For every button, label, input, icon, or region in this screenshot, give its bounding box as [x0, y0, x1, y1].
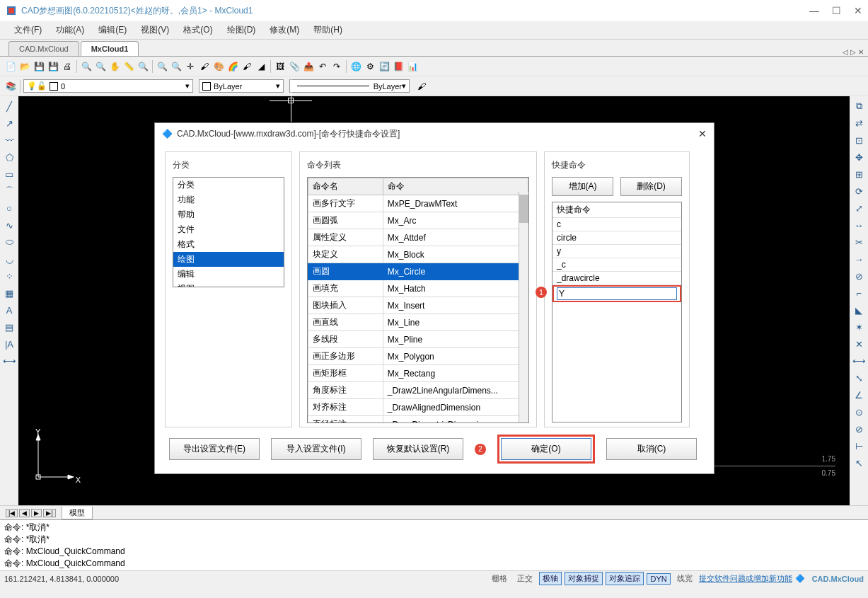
layer-dropdown[interactable]: 💡 🔓 0 ▾: [23, 79, 193, 93]
undo-icon[interactable]: ↶: [316, 60, 329, 73]
move-icon[interactable]: ✛: [184, 60, 197, 73]
delete-button[interactable]: 删除(D): [620, 177, 682, 196]
zoom-realtime-icon[interactable]: 🔍: [94, 60, 107, 73]
rotate-tool-icon[interactable]: ⟳: [852, 184, 866, 198]
print-icon[interactable]: 🖨: [61, 60, 74, 73]
categories-list[interactable]: 分类 功能 帮助 文件 格式 绘图 编辑 视图: [173, 177, 284, 287]
text-tool-icon[interactable]: A: [2, 303, 16, 317]
menu-format[interactable]: 格式(O): [176, 22, 219, 38]
list-item[interactable]: _c: [552, 258, 681, 272]
feedback-link[interactable]: 提交软件问题或增加新功能: [699, 573, 792, 584]
menu-view[interactable]: 视图(V): [134, 22, 176, 38]
menu-edit[interactable]: 编辑(E): [91, 22, 134, 38]
break-tool-icon[interactable]: ⊘: [852, 269, 866, 283]
cancel-button[interactable]: 取消(C): [606, 438, 697, 460]
column-header[interactable]: 命令: [383, 178, 528, 195]
pan-icon[interactable]: ✋: [108, 60, 121, 73]
erase-tool-icon[interactable]: ✕: [852, 337, 866, 351]
rect-tool-icon[interactable]: ▭: [2, 167, 16, 181]
scrollbar-thumb[interactable]: [519, 195, 528, 223]
menu-draw[interactable]: 绘图(D): [220, 22, 263, 38]
mtext-tool-icon[interactable]: |A: [2, 337, 16, 351]
status-polar[interactable]: 极轴: [539, 572, 562, 585]
chamfer-tool-icon[interactable]: ◣: [852, 303, 866, 317]
brush-icon[interactable]: 🖌: [241, 60, 253, 73]
open-icon[interactable]: 📂: [18, 60, 31, 73]
close-button[interactable]: ✕: [854, 5, 862, 16]
menu-file[interactable]: 文件(F): [7, 22, 49, 38]
explode-tool-icon[interactable]: ✶: [852, 320, 866, 334]
eraser-icon[interactable]: ◢: [255, 60, 267, 73]
category-item-selected[interactable]: 绘图: [173, 252, 284, 267]
linetype-dropdown[interactable]: ByLayer ▾: [289, 79, 410, 93]
dim-radius-icon[interactable]: ⊙: [852, 405, 866, 419]
status-osnap[interactable]: 对象捕捉: [565, 572, 603, 585]
category-item[interactable]: 分类: [173, 178, 284, 192]
layers-icon[interactable]: 📚: [4, 80, 17, 93]
new-icon[interactable]: 📄: [4, 60, 17, 73]
dim-dia-icon[interactable]: ⊘: [852, 422, 866, 436]
move-tool-icon[interactable]: ✥: [852, 150, 866, 164]
save-icon[interactable]: 💾: [33, 60, 45, 73]
category-item[interactable]: 文件: [173, 222, 284, 237]
shortcut-input[interactable]: [557, 287, 677, 300]
ray-tool-icon[interactable]: ↗: [2, 116, 16, 130]
web-icon[interactable]: 🌐: [349, 60, 362, 73]
restore-defaults-button[interactable]: 恢复默认设置(R): [373, 438, 463, 460]
category-item[interactable]: 编辑: [173, 267, 284, 282]
line-tool-icon[interactable]: ╱: [2, 99, 16, 113]
zoom-extents-icon[interactable]: 🔍: [170, 60, 183, 73]
dim-tool-icon[interactable]: ⟷: [2, 354, 16, 368]
category-item[interactable]: 功能: [173, 192, 284, 207]
scrollbar[interactable]: [519, 192, 528, 422]
export-icon[interactable]: 📤: [302, 60, 315, 73]
status-otrack[interactable]: 对象追踪: [606, 572, 644, 585]
extend-tool-icon[interactable]: →: [852, 252, 866, 266]
polygon-tool-icon[interactable]: ⬠: [2, 150, 16, 164]
offset-tool-icon[interactable]: ⊡: [852, 133, 866, 147]
copy-tool-icon[interactable]: ⧉: [852, 99, 866, 113]
paint-icon[interactable]: 🖌: [198, 60, 211, 73]
category-item[interactable]: 帮助: [173, 207, 284, 222]
doc-tab[interactable]: CAD.MxCloud: [8, 41, 79, 56]
ellipsearc-tool-icon[interactable]: ◡: [2, 252, 16, 266]
status-ortho[interactable]: 正交: [514, 572, 536, 585]
hatch-tool-icon[interactable]: ▦: [2, 286, 16, 300]
status-dyn[interactable]: DYN: [647, 573, 670, 585]
menu-function[interactable]: 功能(A): [49, 22, 91, 38]
color-dropdown[interactable]: ByLayer ▾: [199, 79, 284, 93]
commands-table[interactable]: 命令名命令 画多行文字MxPE_DrawMText 画圆弧Mx_Arc 属性定义…: [307, 177, 529, 423]
doc-tabs-nav[interactable]: ◁ ▷ ✕: [843, 48, 868, 56]
ellipse-tool-icon[interactable]: ⬭: [2, 235, 16, 249]
command-window[interactable]: 命令: *取消* 命令: *取消* 命令: MxCloud_QuickComma…: [0, 519, 868, 570]
trim-tool-icon[interactable]: ✂: [852, 235, 866, 249]
menu-help[interactable]: 帮助(H): [306, 22, 349, 38]
stretch-tool-icon[interactable]: ↔: [852, 218, 866, 232]
zoom-icon[interactable]: 🔍: [80, 60, 93, 73]
doc-tab-active[interactable]: MxCloud1: [81, 41, 139, 56]
fillet-tool-icon[interactable]: ⌐: [852, 286, 866, 300]
array-tool-icon[interactable]: ⊞: [852, 167, 866, 181]
category-item[interactable]: 视图: [173, 282, 284, 287]
settings-icon[interactable]: ⚙: [364, 60, 376, 73]
menu-modify[interactable]: 修改(M): [262, 22, 306, 38]
calc-icon[interactable]: 📊: [406, 60, 419, 73]
redo-icon[interactable]: ↷: [330, 60, 343, 73]
dim-angle-icon[interactable]: ∠: [852, 388, 866, 402]
import-settings-button[interactable]: 导入设置文件(I): [271, 438, 361, 460]
column-header[interactable]: 命令名: [308, 178, 383, 195]
tab-nav-next-icon[interactable]: ▶: [31, 509, 42, 517]
attach-icon[interactable]: 📎: [288, 60, 301, 73]
list-item[interactable]: 快捷命令: [552, 202, 681, 218]
image-icon[interactable]: 🖼: [274, 60, 287, 73]
minimize-button[interactable]: —: [809, 5, 819, 16]
status-grid[interactable]: 栅格: [488, 572, 511, 585]
dialog-close-button[interactable]: ✕: [698, 128, 707, 139]
scale-tool-icon[interactable]: ⤢: [852, 201, 866, 215]
list-item[interactable]: c: [552, 218, 681, 231]
ok-button[interactable]: 确定(O): [501, 438, 591, 460]
pline-tool-icon[interactable]: 〰: [2, 133, 16, 147]
mirror-tool-icon[interactable]: ⇄: [852, 116, 866, 130]
dim-ord-icon[interactable]: ⊢: [852, 439, 866, 453]
tab-nav-last-icon[interactable]: ▶|: [43, 509, 55, 517]
